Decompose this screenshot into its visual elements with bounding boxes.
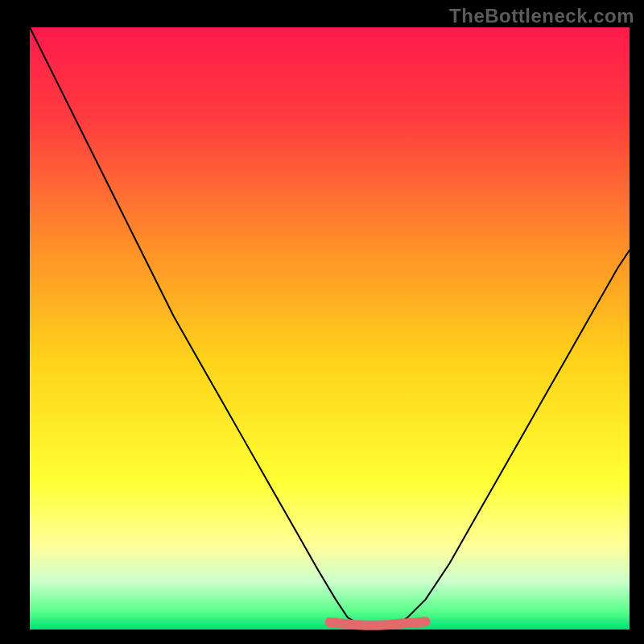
chart-background (30, 27, 630, 630)
chart-svg (0, 0, 644, 644)
bottom-red-band (330, 621, 426, 625)
chart-stage: TheBottleneck.com (0, 0, 644, 644)
watermark-text: TheBottleneck.com (449, 5, 634, 27)
